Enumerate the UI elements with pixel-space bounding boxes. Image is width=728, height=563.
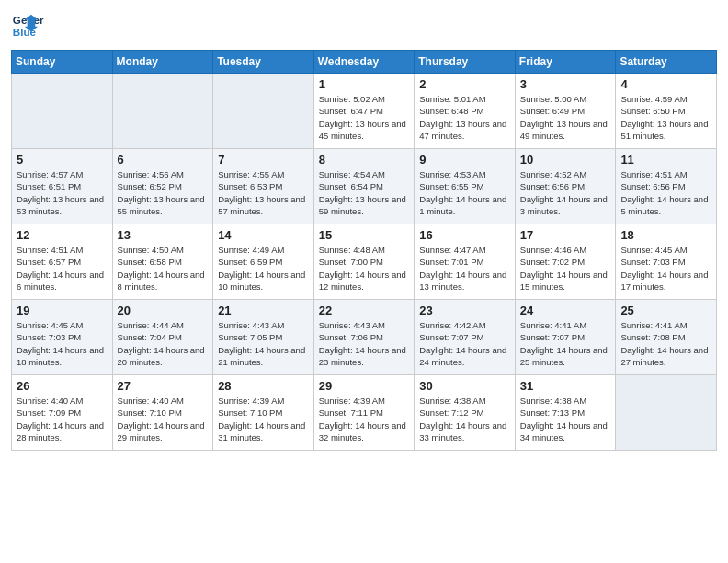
day-info: Sunrise: 5:01 AM Sunset: 6:48 PM Dayligh… — [419, 93, 511, 142]
day-info: Sunrise: 4:57 AM Sunset: 6:51 PM Dayligh… — [17, 168, 108, 217]
calendar-cell — [12, 74, 113, 149]
day-info: Sunrise: 4:39 AM Sunset: 7:10 PM Dayligh… — [218, 395, 310, 443]
calendar-cell — [616, 375, 717, 451]
day-number: 7 — [218, 153, 310, 167]
day-info: Sunrise: 4:51 AM Sunset: 6:56 PM Dayligh… — [620, 168, 712, 217]
calendar-cell: 24Sunrise: 4:41 AM Sunset: 7:07 PM Dayli… — [515, 300, 616, 375]
day-number: 14 — [218, 228, 310, 242]
day-header-tuesday: Tuesday — [213, 51, 314, 74]
day-number: 22 — [319, 304, 411, 317]
calendar-cell: 30Sunrise: 4:38 AM Sunset: 7:12 PM Dayli… — [415, 375, 516, 451]
day-header-thursday: Thursday — [415, 51, 516, 74]
day-info: Sunrise: 4:40 AM Sunset: 7:10 PM Dayligh… — [118, 395, 210, 443]
day-info: Sunrise: 4:45 AM Sunset: 7:03 PM Dayligh… — [620, 244, 712, 293]
calendar-header: General Blue — [11, 9, 717, 42]
calendar-cell: 4Sunrise: 4:59 AM Sunset: 6:50 PM Daylig… — [616, 74, 717, 149]
day-number: 17 — [520, 228, 612, 242]
calendar-cell: 25Sunrise: 4:41 AM Sunset: 7:08 PM Dayli… — [616, 300, 717, 375]
calendar-cell: 23Sunrise: 4:42 AM Sunset: 7:07 PM Dayli… — [415, 300, 516, 375]
calendar-table: SundayMondayTuesdayWednesdayThursdayFrid… — [11, 50, 717, 451]
day-info: Sunrise: 4:55 AM Sunset: 6:53 PM Dayligh… — [218, 168, 310, 217]
day-number: 20 — [118, 304, 210, 317]
day-number: 24 — [520, 304, 612, 317]
day-info: Sunrise: 5:02 AM Sunset: 6:47 PM Dayligh… — [319, 93, 411, 142]
day-number: 25 — [620, 304, 712, 317]
calendar-thead: SundayMondayTuesdayWednesdayThursdayFrid… — [12, 51, 717, 74]
day-info: Sunrise: 4:56 AM Sunset: 6:52 PM Dayligh… — [118, 168, 210, 217]
calendar-cell: 6Sunrise: 4:56 AM Sunset: 6:52 PM Daylig… — [112, 149, 213, 224]
day-header-monday: Monday — [112, 51, 213, 74]
calendar-cell: 13Sunrise: 4:50 AM Sunset: 6:58 PM Dayli… — [112, 224, 213, 300]
day-number: 27 — [118, 379, 210, 393]
day-info: Sunrise: 4:48 AM Sunset: 7:00 PM Dayligh… — [319, 244, 411, 293]
day-number: 31 — [520, 379, 612, 393]
day-info: Sunrise: 4:41 AM Sunset: 7:08 PM Dayligh… — [620, 319, 712, 368]
calendar-cell: 22Sunrise: 4:43 AM Sunset: 7:06 PM Dayli… — [313, 300, 415, 375]
day-number: 26 — [17, 379, 108, 393]
day-info: Sunrise: 4:42 AM Sunset: 7:07 PM Dayligh… — [419, 319, 511, 368]
calendar-cell: 3Sunrise: 5:00 AM Sunset: 6:49 PM Daylig… — [515, 74, 616, 149]
day-info: Sunrise: 4:52 AM Sunset: 6:56 PM Dayligh… — [520, 168, 612, 217]
day-number: 9 — [419, 153, 511, 167]
calendar-cell — [112, 74, 213, 149]
calendar-cell: 19Sunrise: 4:45 AM Sunset: 7:03 PM Dayli… — [12, 300, 113, 375]
day-info: Sunrise: 4:51 AM Sunset: 6:57 PM Dayligh… — [17, 244, 108, 293]
calendar-cell: 15Sunrise: 4:48 AM Sunset: 7:00 PM Dayli… — [313, 224, 415, 300]
day-info: Sunrise: 4:41 AM Sunset: 7:07 PM Dayligh… — [520, 319, 612, 368]
day-number: 11 — [620, 153, 712, 167]
calendar-container: General Blue SundayMondayTuesdayWednesda… — [0, 0, 728, 460]
week-row-1: 1Sunrise: 5:02 AM Sunset: 6:47 PM Daylig… — [12, 74, 717, 149]
calendar-cell: 2Sunrise: 5:01 AM Sunset: 6:48 PM Daylig… — [415, 74, 516, 149]
logo: General Blue — [11, 9, 44, 42]
day-info: Sunrise: 4:43 AM Sunset: 7:06 PM Dayligh… — [319, 319, 411, 368]
week-row-3: 12Sunrise: 4:51 AM Sunset: 6:57 PM Dayli… — [12, 224, 717, 300]
day-info: Sunrise: 4:44 AM Sunset: 7:04 PM Dayligh… — [118, 319, 210, 368]
day-number: 28 — [218, 379, 310, 393]
calendar-tbody: 1Sunrise: 5:02 AM Sunset: 6:47 PM Daylig… — [12, 74, 717, 451]
day-number: 23 — [419, 304, 511, 317]
calendar-cell: 18Sunrise: 4:45 AM Sunset: 7:03 PM Dayli… — [616, 224, 717, 300]
day-number: 3 — [520, 77, 612, 91]
calendar-cell: 31Sunrise: 4:38 AM Sunset: 7:13 PM Dayli… — [515, 375, 616, 451]
day-header-saturday: Saturday — [616, 51, 717, 74]
day-info: Sunrise: 4:39 AM Sunset: 7:11 PM Dayligh… — [319, 395, 411, 443]
day-number: 12 — [17, 228, 108, 242]
day-number: 5 — [17, 153, 108, 167]
day-number: 19 — [17, 304, 108, 317]
day-info: Sunrise: 4:49 AM Sunset: 6:59 PM Dayligh… — [218, 244, 310, 293]
day-number: 16 — [419, 228, 511, 242]
day-number: 29 — [319, 379, 411, 393]
day-number: 21 — [218, 304, 310, 317]
day-info: Sunrise: 5:00 AM Sunset: 6:49 PM Dayligh… — [520, 93, 612, 142]
day-number: 10 — [520, 153, 612, 167]
day-number: 6 — [118, 153, 210, 167]
day-info: Sunrise: 4:54 AM Sunset: 6:54 PM Dayligh… — [319, 168, 411, 217]
calendar-cell: 5Sunrise: 4:57 AM Sunset: 6:51 PM Daylig… — [12, 149, 113, 224]
day-number: 4 — [620, 77, 712, 91]
calendar-cell: 28Sunrise: 4:39 AM Sunset: 7:10 PM Dayli… — [213, 375, 314, 451]
day-number: 1 — [319, 77, 411, 91]
day-number: 30 — [419, 379, 511, 393]
week-row-2: 5Sunrise: 4:57 AM Sunset: 6:51 PM Daylig… — [12, 149, 717, 224]
calendar-cell: 14Sunrise: 4:49 AM Sunset: 6:59 PM Dayli… — [213, 224, 314, 300]
day-info: Sunrise: 4:46 AM Sunset: 7:02 PM Dayligh… — [520, 244, 612, 293]
calendar-cell: 7Sunrise: 4:55 AM Sunset: 6:53 PM Daylig… — [213, 149, 314, 224]
calendar-cell: 27Sunrise: 4:40 AM Sunset: 7:10 PM Dayli… — [112, 375, 213, 451]
day-info: Sunrise: 4:45 AM Sunset: 7:03 PM Dayligh… — [17, 319, 108, 368]
week-row-4: 19Sunrise: 4:45 AM Sunset: 7:03 PM Dayli… — [12, 300, 717, 375]
day-info: Sunrise: 4:47 AM Sunset: 7:01 PM Dayligh… — [419, 244, 511, 293]
day-info: Sunrise: 4:53 AM Sunset: 6:55 PM Dayligh… — [419, 168, 511, 217]
day-info: Sunrise: 4:59 AM Sunset: 6:50 PM Dayligh… — [620, 93, 712, 142]
calendar-cell — [213, 74, 314, 149]
calendar-cell: 29Sunrise: 4:39 AM Sunset: 7:11 PM Dayli… — [313, 375, 415, 451]
day-number: 18 — [620, 228, 712, 242]
day-info: Sunrise: 4:50 AM Sunset: 6:58 PM Dayligh… — [118, 244, 210, 293]
calendar-cell: 9Sunrise: 4:53 AM Sunset: 6:55 PM Daylig… — [415, 149, 516, 224]
day-header-friday: Friday — [515, 51, 616, 74]
calendar-cell: 10Sunrise: 4:52 AM Sunset: 6:56 PM Dayli… — [515, 149, 616, 224]
calendar-cell: 1Sunrise: 5:02 AM Sunset: 6:47 PM Daylig… — [313, 74, 415, 149]
calendar-cell: 21Sunrise: 4:43 AM Sunset: 7:05 PM Dayli… — [213, 300, 314, 375]
day-header-wednesday: Wednesday — [313, 51, 415, 74]
calendar-cell: 26Sunrise: 4:40 AM Sunset: 7:09 PM Dayli… — [12, 375, 113, 451]
logo-icon: General Blue — [11, 9, 44, 42]
